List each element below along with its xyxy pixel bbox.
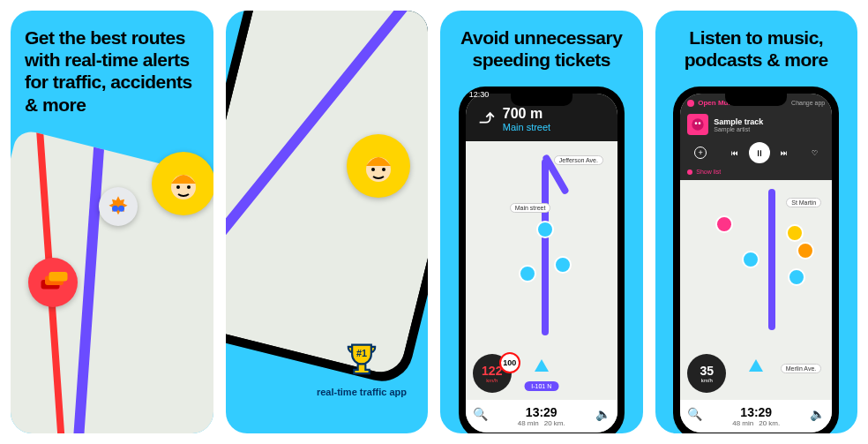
promo-panel-1: Get the best routes with real-time alert… bbox=[11, 11, 213, 433]
add-track-button[interactable]: + bbox=[694, 147, 707, 159]
speed-indicator: 35 km/h bbox=[687, 354, 726, 393]
route-pill: I-101 N bbox=[524, 381, 558, 391]
wazer-icon bbox=[554, 256, 572, 274]
sound-icon[interactable]: 🔈 bbox=[810, 407, 825, 421]
svg-point-0 bbox=[112, 206, 118, 212]
trophy-badge: #1 real-time traffic app bbox=[317, 337, 407, 398]
construction-worker-icon bbox=[347, 134, 410, 198]
svg-point-10 bbox=[382, 168, 385, 171]
eta-bar[interactable]: 🔍 13:29 48 min 20 km. 🔈 bbox=[466, 400, 617, 433]
hazard-icon bbox=[786, 224, 804, 242]
wazer-icon bbox=[742, 251, 760, 268]
album-art-icon bbox=[687, 114, 708, 135]
music-player-panel: Open Music Change app Sample track Sampl… bbox=[680, 94, 832, 180]
show-list-link[interactable]: Show list bbox=[687, 167, 825, 175]
phone-mockup: 12:30 700 m Main street Jefferson Ave. M… bbox=[459, 87, 625, 433]
sound-icon[interactable]: 🔈 bbox=[595, 407, 610, 421]
headline-1: Get the best routes with real-time alert… bbox=[11, 11, 213, 132]
eta-duration: 48 min bbox=[518, 419, 539, 427]
vehicle-cursor-icon bbox=[749, 359, 763, 372]
promo-panel-2: #1 real-time traffic app bbox=[226, 11, 429, 433]
svg-point-7 bbox=[187, 185, 191, 189]
crash-icon bbox=[99, 187, 138, 226]
svg-point-9 bbox=[371, 168, 375, 171]
search-icon[interactable]: 🔍 bbox=[473, 407, 488, 421]
phone-mockup-tilted bbox=[226, 11, 429, 388]
next-track-button[interactable]: ⏭ bbox=[781, 149, 788, 157]
eta-distance: 20 km. bbox=[544, 419, 565, 427]
map-view[interactable]: Jefferson Ave. Main street 122 km/h 100 … bbox=[466, 141, 617, 400]
svg-point-1 bbox=[118, 206, 124, 212]
street-label: St Martin bbox=[786, 198, 821, 207]
nav-street: Main street bbox=[503, 122, 550, 132]
promo-panel-4: Listen to music, podcasts & more Open Mu… bbox=[655, 11, 858, 433]
wazer-icon bbox=[788, 268, 805, 286]
track-artist: Sample artist bbox=[714, 126, 763, 132]
map-view[interactable]: St Martin Merlin Ave. 35 km/h bbox=[680, 180, 832, 400]
traffic-icon bbox=[28, 258, 78, 307]
change-app-link[interactable]: Change app bbox=[791, 100, 825, 106]
headline-3: Avoid unnecessary speeding tickets bbox=[440, 11, 643, 79]
svg-text:#1: #1 bbox=[356, 347, 367, 357]
nav-distance: 700 m bbox=[503, 106, 550, 122]
vehicle-cursor-icon bbox=[535, 359, 549, 372]
hazard-icon bbox=[715, 215, 733, 233]
turn-right-icon bbox=[476, 109, 496, 129]
wazer-icon bbox=[536, 221, 554, 238]
svg-rect-4 bbox=[49, 272, 68, 282]
eta-duration: 48 min bbox=[732, 419, 753, 427]
play-pause-button[interactable]: ⏸ bbox=[749, 142, 770, 163]
eta-time: 13:29 bbox=[473, 405, 610, 419]
search-icon[interactable]: 🔍 bbox=[687, 407, 702, 421]
eta-distance: 20 km. bbox=[759, 419, 780, 427]
speed-limit-sign: 100 bbox=[499, 352, 520, 373]
phone-mockup: Open Music Change app Sample track Sampl… bbox=[673, 87, 839, 433]
svg-point-13 bbox=[695, 123, 698, 125]
wazer-icon bbox=[519, 265, 536, 282]
construction-worker-icon bbox=[152, 152, 213, 215]
street-label: Merlin Ave. bbox=[781, 364, 822, 373]
eta-bar[interactable]: 🔍 13:29 48 min 20 km. 🔈 bbox=[680, 400, 832, 433]
like-button[interactable]: ♡ bbox=[812, 149, 818, 157]
hazard-icon bbox=[797, 242, 814, 260]
status-bar-time: 12:30 bbox=[469, 90, 490, 99]
svg-point-6 bbox=[176, 185, 180, 189]
track-title: Sample track bbox=[714, 117, 763, 126]
promo-panel-3: Avoid unnecessary speeding tickets 12:30… bbox=[440, 11, 643, 433]
street-label: Jefferson Ave. bbox=[554, 155, 603, 165]
prev-track-button[interactable]: ⏮ bbox=[731, 149, 738, 157]
street-label: Main street bbox=[510, 203, 551, 213]
svg-point-14 bbox=[699, 123, 701, 125]
svg-point-12 bbox=[692, 119, 704, 131]
trophy-label: real-time traffic app bbox=[317, 387, 407, 398]
headline-4: Listen to music, podcasts & more bbox=[655, 11, 858, 79]
eta-time: 13:29 bbox=[687, 405, 825, 419]
